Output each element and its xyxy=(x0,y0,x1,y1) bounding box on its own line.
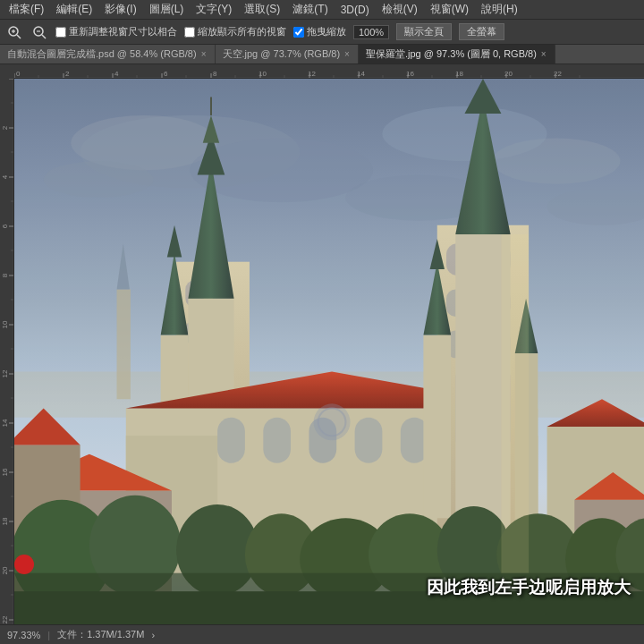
menu-file[interactable]: 檔案(F) xyxy=(4,0,49,19)
tab-sky-close[interactable]: × xyxy=(343,49,351,59)
canvas-area[interactable]: 因此我到左手边呢启用放大 xyxy=(14,79,644,624)
svg-text:4: 4 xyxy=(1,174,9,179)
ruler-vertical: 0 2 xyxy=(0,79,14,624)
menu-3d[interactable]: 3D(D) xyxy=(335,2,375,18)
tab-sky-label: 天空.jpg @ 73.7% (RGB/8) xyxy=(223,47,341,61)
menu-filter[interactable]: 濾鏡(T) xyxy=(287,0,333,19)
tab-merged-label: 自動混合圖層完成檔.psd @ 58.4% (RGB/8) xyxy=(7,47,197,61)
canvas-wrapper: 0 2 4 6 8 10 12 14 xyxy=(0,64,644,624)
svg-line-1 xyxy=(17,35,21,38)
svg-text:10: 10 xyxy=(1,320,9,328)
zoom-in-icon[interactable] xyxy=(5,23,23,41)
svg-text:20: 20 xyxy=(504,70,513,78)
tab-cathedral-close[interactable]: × xyxy=(540,49,547,59)
zoom-all-checkbox[interactable] xyxy=(184,27,195,38)
svg-text:10: 10 xyxy=(258,70,267,78)
menu-edit[interactable]: 編輯(E) xyxy=(51,0,97,19)
svg-text:6: 6 xyxy=(164,70,168,78)
svg-text:6: 6 xyxy=(1,224,9,228)
cathedral-image xyxy=(14,79,644,624)
menu-layer[interactable]: 圖層(L) xyxy=(144,0,190,19)
subtitle-text: 因此我到左手边呢启用放大 xyxy=(14,576,640,599)
svg-rect-158 xyxy=(14,79,644,624)
menu-help[interactable]: 說明(H) xyxy=(476,0,523,19)
resize-window-option[interactable]: 重新調整視窗尺寸以相合 xyxy=(55,25,177,38)
svg-text:4: 4 xyxy=(114,70,119,78)
svg-text:14: 14 xyxy=(1,419,9,427)
scrubby-zoom-checkbox[interactable] xyxy=(293,27,304,38)
resize-window-label: 重新調整視窗尺寸以相合 xyxy=(69,25,177,38)
zoom-all-option[interactable]: 縮放顯示所有的視窗 xyxy=(184,25,286,38)
notification-circle[interactable] xyxy=(14,555,34,574)
tab-cathedral[interactable]: 聖保羅堂.jpg @ 97.3% (圖層 0, RGB/8) × xyxy=(359,45,555,64)
svg-text:2: 2 xyxy=(65,70,70,78)
status-bar: 97.33% | 文件：1.37M/1.37M › xyxy=(0,624,644,644)
svg-line-5 xyxy=(42,35,46,38)
options-bar: 重新調整視窗尺寸以相合 縮放顯示所有的視窗 拖曳縮放 100% 顯示全頁 全螢幕 xyxy=(0,20,644,45)
svg-text:8: 8 xyxy=(213,70,217,78)
svg-text:22: 22 xyxy=(554,70,562,78)
svg-text:18: 18 xyxy=(455,70,463,78)
svg-text:14: 14 xyxy=(357,70,365,78)
tab-bar: 自動混合圖層完成檔.psd @ 58.4% (RGB/8) × 天空.jpg @… xyxy=(0,45,644,64)
zoom-status: 97.33% xyxy=(7,630,40,640)
main-area: 0 2 4 6 8 10 12 14 xyxy=(0,64,644,624)
menu-type[interactable]: 文字(Y) xyxy=(191,0,237,19)
menu-view[interactable]: 檢視(V) xyxy=(377,0,423,19)
svg-text:12: 12 xyxy=(1,369,9,377)
fullscreen-button[interactable]: 全螢幕 xyxy=(459,23,504,40)
zoom-all-label: 縮放顯示所有的視窗 xyxy=(198,25,286,38)
zoom-out-icon[interactable] xyxy=(30,23,48,41)
svg-text:22: 22 xyxy=(1,615,9,623)
tab-sky[interactable]: 天空.jpg @ 73.7% (RGB/8) × xyxy=(216,45,359,64)
fit-page-button[interactable]: 顯示全頁 xyxy=(396,23,452,40)
svg-text:8: 8 xyxy=(1,273,9,277)
tab-merged-close[interactable]: × xyxy=(200,49,208,59)
svg-text:12: 12 xyxy=(308,70,316,78)
svg-text:18: 18 xyxy=(1,517,9,525)
tab-merged[interactable]: 自動混合圖層完成檔.psd @ 58.4% (RGB/8) × xyxy=(0,45,216,64)
resize-window-checkbox[interactable] xyxy=(55,27,66,38)
menu-window[interactable]: 視窗(W) xyxy=(425,0,474,19)
status-separator: | xyxy=(47,630,50,640)
svg-text:20: 20 xyxy=(1,566,9,574)
svg-text:16: 16 xyxy=(406,70,414,78)
svg-text:0: 0 xyxy=(16,70,21,78)
svg-text:16: 16 xyxy=(1,468,9,476)
scrubby-zoom-label: 拖曳縮放 xyxy=(307,25,346,38)
tab-cathedral-label: 聖保羅堂.jpg @ 97.3% (圖層 0, RGB/8) xyxy=(366,47,537,61)
zoom-display: 100% xyxy=(353,25,389,39)
scrubby-zoom-option[interactable]: 拖曳縮放 xyxy=(293,25,346,38)
file-info: 文件：1.37M/1.37M xyxy=(57,628,144,641)
menu-bar: 檔案(F) 編輯(E) 影像(I) 圖層(L) 文字(Y) 選取(S) 濾鏡(T… xyxy=(0,0,644,20)
status-arrow[interactable]: › xyxy=(151,630,155,640)
menu-select[interactable]: 選取(S) xyxy=(239,0,285,19)
svg-text:2: 2 xyxy=(1,125,9,130)
menu-image[interactable]: 影像(I) xyxy=(99,0,141,19)
ruler-horizontal: 0 2 4 6 8 10 12 14 xyxy=(0,64,644,79)
